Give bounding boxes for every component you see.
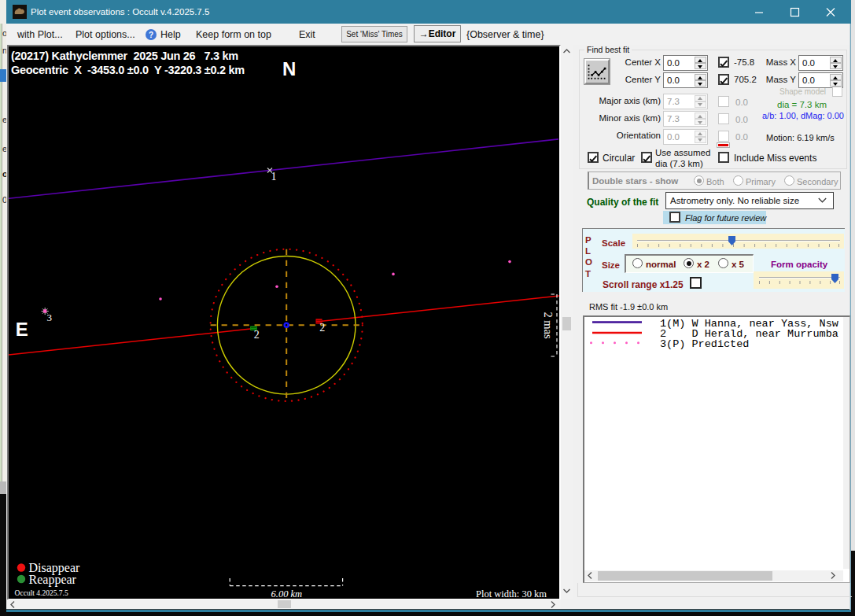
svg-text:Reappear: Reappear (29, 573, 77, 587)
svg-text:2 mas: 2 mas (542, 312, 555, 339)
svg-text:Plot width: 30 km: Plot width: 30 km (476, 588, 547, 599)
svg-text:N: N (282, 58, 296, 79)
svg-text:1: 1 (271, 171, 277, 183)
svg-text:3: 3 (47, 312, 53, 323)
svg-text:Occult 4.2025.7.5: Occult 4.2025.7.5 (15, 589, 68, 597)
svg-text:6.00 km: 6.00 km (271, 588, 303, 599)
svg-text:2: 2 (254, 329, 260, 341)
svg-text:E: E (16, 319, 28, 340)
svg-text:2: 2 (319, 322, 325, 334)
svg-text:(20217) Kathyclemmer 2025 Jun: (20217) Kathyclemmer 2025 Jun 26 7.3 km (11, 50, 238, 62)
svg-text:Geocentric X -3453.0 ±0.0 Y: Geocentric X -3453.0 ±0.0 Y -3220.3 ±0.2… (11, 64, 245, 76)
svg-text:?: ? (149, 31, 153, 39)
